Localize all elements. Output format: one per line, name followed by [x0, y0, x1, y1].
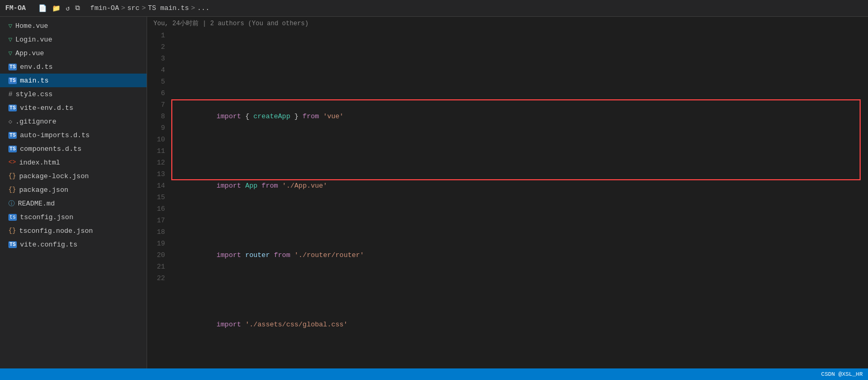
- sidebar-item-label: vite-env.d.ts: [20, 104, 73, 112]
- breadcrumb-part-3: TS main.ts: [148, 4, 189, 12]
- sidebar-item-label: components.d.ts: [20, 145, 81, 153]
- sidebar-item-components-d-ts[interactable]: TS components.d.ts: [0, 142, 147, 156]
- line-numbers: 1 2 3 4 5 6 7 8 9 10 11 12 13 14 15 16 1…: [147, 30, 173, 368]
- sidebar-item-package-json[interactable]: {} package.json: [0, 183, 147, 197]
- ts-icon: TS: [8, 132, 17, 139]
- sidebar-item-tsconfig-node-json[interactable]: {} tsconfig.node.json: [0, 224, 147, 238]
- md-icon: ⓘ: [8, 199, 15, 208]
- title-bar-left: FM-OA 📄 📁 ↺ ⧉: [5, 4, 80, 13]
- sidebar-item-label: package-lock.json: [19, 172, 89, 180]
- app-name: FM-OA: [5, 4, 26, 12]
- sidebar-item-label: tsconfig.json: [20, 213, 73, 221]
- json-icon: {}: [8, 172, 16, 180]
- code-container[interactable]: 1 2 3 4 5 6 7 8 9 10 11 12 13 14 15 16 1…: [147, 30, 868, 368]
- sidebar-item-label: README.md: [18, 200, 55, 208]
- breadcrumb-sep-3: >: [191, 4, 195, 12]
- sidebar-item-label: App.vue: [15, 49, 44, 57]
- tsconfig-icon: ts: [8, 214, 17, 221]
- status-bar-right: CSDN @XSL_HR: [821, 371, 863, 377]
- sidebar-item-label: main.ts: [20, 77, 49, 85]
- code-line-2: import App from './App.vue': [175, 169, 868, 203]
- css-icon: #: [8, 90, 13, 98]
- breadcrumb-sep-2: >: [142, 4, 146, 12]
- sidebar-item-main-ts[interactable]: TS main.ts: [0, 74, 147, 87]
- code-content: import { createApp } from 'vue' import A…: [173, 30, 868, 368]
- collapse-icon[interactable]: ⧉: [75, 4, 80, 12]
- code-line-1: import { createApp } from 'vue': [175, 99, 868, 134]
- status-bar: CSDN @XSL_HR: [0, 368, 868, 380]
- sidebar-item-label: auto-imports.d.ts: [20, 131, 90, 139]
- new-file-icon[interactable]: 📄: [38, 4, 47, 13]
- sidebar-item-label: Login.vue: [15, 36, 52, 44]
- sidebar-item-label: style.css: [16, 90, 53, 98]
- new-folder-icon[interactable]: 📁: [52, 4, 60, 13]
- code-editor: You, 24小时前 | 2 authors (You and others) …: [147, 17, 868, 368]
- sidebar-item-readme-md[interactable]: ⓘ README.md: [0, 197, 147, 210]
- git-icon: ◇: [8, 118, 12, 126]
- ts-icon: TS: [8, 241, 17, 248]
- sidebar-item-package-lock-json[interactable]: {} package-lock.json: [0, 169, 147, 183]
- breadcrumb-part-1: fmin-OA: [90, 4, 119, 12]
- vue-icon: ▽: [8, 36, 12, 44]
- refresh-icon[interactable]: ↺: [66, 4, 70, 13]
- html-icon: <>: [8, 159, 16, 166]
- sidebar-item-env-d-ts[interactable]: TS env.d.ts: [0, 60, 147, 74]
- sidebar-item-vite-env-d-ts[interactable]: TS vite-env.d.ts: [0, 101, 147, 115]
- sidebar: ▽ Home.vue ▽ Login.vue ▽ App.vue TS env.…: [0, 17, 147, 368]
- breadcrumb: fmin-OA > src > TS main.ts > ...: [90, 4, 210, 12]
- breadcrumb-sep-1: >: [121, 4, 125, 12]
- vue-icon: ▽: [8, 22, 12, 30]
- title-bar-icons: 📄 📁 ↺ ⧉: [38, 4, 80, 13]
- ts-icon: TS: [8, 77, 17, 84]
- json-icon: {}: [8, 227, 16, 234]
- title-bar: FM-OA 📄 📁 ↺ ⧉ fmin-OA > src > TS main.ts…: [0, 0, 868, 17]
- ts-icon: TS: [8, 105, 17, 111]
- sidebar-item-home-vue[interactable]: ▽ Home.vue: [0, 19, 147, 33]
- sidebar-item-style-css[interactable]: # style.css: [0, 87, 147, 101]
- json-icon: {}: [8, 186, 16, 193]
- sidebar-item-label: Home.vue: [15, 22, 48, 30]
- sidebar-item-label: package.json: [19, 186, 68, 194]
- vue-icon: ▽: [8, 49, 12, 57]
- code-line-4: import './assets/css/global.css': [175, 307, 868, 342]
- ts-icon: TS: [8, 146, 17, 152]
- git-info: You, 24小时前 | 2 authors (You and others): [147, 17, 868, 30]
- sidebar-item-auto-imports[interactable]: TS auto-imports.d.ts: [0, 128, 147, 142]
- main-layout: ▽ Home.vue ▽ Login.vue ▽ App.vue TS env.…: [0, 17, 868, 368]
- sidebar-item-index-html[interactable]: <> index.html: [0, 156, 147, 169]
- sidebar-item-app-vue[interactable]: ▽ App.vue: [0, 46, 147, 60]
- sidebar-item-label: vite.config.ts: [20, 241, 77, 249]
- sidebar-item-label: tsconfig.node.json: [19, 227, 92, 235]
- breadcrumb-part-2: src: [127, 4, 139, 12]
- ts-icon: TS: [8, 64, 17, 70]
- sidebar-item-vite-config-ts[interactable]: TS vite.config.ts: [0, 238, 147, 251]
- sidebar-item-label: .gitignore: [15, 118, 56, 126]
- sidebar-item-tsconfig-json[interactable]: ts tsconfig.json: [0, 210, 147, 224]
- sidebar-item-label: env.d.ts: [20, 63, 53, 71]
- breadcrumb-part-4: ...: [197, 4, 209, 12]
- sidebar-item-label: index.html: [19, 159, 60, 167]
- sidebar-item-login-vue[interactable]: ▽ Login.vue: [0, 33, 147, 46]
- sidebar-item-gitignore[interactable]: ◇ .gitignore: [0, 115, 147, 128]
- code-line-3: import router from './router/router': [175, 238, 868, 273]
